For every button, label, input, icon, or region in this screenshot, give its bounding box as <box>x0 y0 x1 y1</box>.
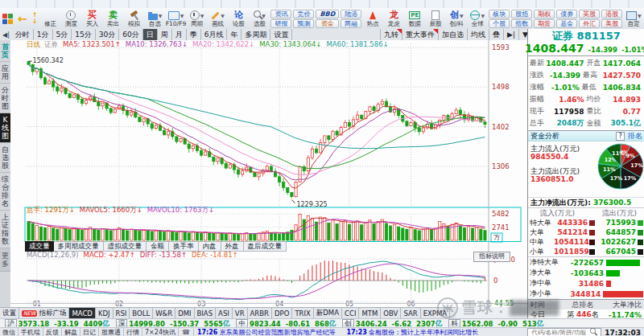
period-tab-1分[interactable]: 1分 <box>34 29 53 40</box>
sidebar-item-K线图[interactable]: K线图 <box>0 113 10 143</box>
toolbar-button-指数[interactable]: 指数 <box>511 19 532 28</box>
indicator-tab-SAR[interactable]: SAR <box>401 308 420 319</box>
sidebar-item-应用[interactable]: 应用 <box>0 62 10 84</box>
toolbar-button-创/科[interactable]: 创▼创/科 <box>446 8 467 29</box>
toolbar-button-修正[interactable]: 修正 <box>39 8 60 29</box>
fund-analysis-bar[interactable]: 资金分析 ? 排名 <box>528 130 644 141</box>
toolbar-button-陆港[interactable]: 陆港 <box>341 10 361 18</box>
chart-tool-九转[interactable]: 九转 <box>380 29 402 40</box>
rank-link[interactable]: 排名 <box>628 131 642 141</box>
toolbar-button-外汇[interactable]: 外汇 <box>579 19 600 28</box>
status-tab-手机端[interactable]: 手机端 <box>19 328 43 336</box>
help-icon[interactable]: ? <box>616 132 625 141</box>
toolbar-button-资金[interactable]: 资金 <box>316 19 339 28</box>
status-tab-解盘[interactable]: 解盘 <box>62 328 80 336</box>
indicator-settings-button[interactable]: 设置 <box>0 308 19 319</box>
indicator-tab-W&R[interactable]: W&R <box>153 308 175 319</box>
sidebar-item-综合排名[interactable]: 综合排名 <box>0 173 10 211</box>
back-button[interactable]: ← <box>15 8 30 29</box>
indicator-tab-BOLL[interactable]: BOLL <box>130 308 153 319</box>
toolbar-button-测度[interactable]: 测度 <box>60 8 81 29</box>
indicator-tab-CCI[interactable]: CCI <box>342 308 359 319</box>
toolbar-button-个股[interactable]: 个股 <box>489 19 510 28</box>
status-tab-微信[interactable]: 微信 <box>0 328 19 336</box>
indicator-tab-DPO[interactable]: DPO <box>272 308 292 319</box>
toolbar-button-买入[interactable]: 买买入 <box>81 8 102 29</box>
status-tab-7×24快讯[interactable]: 7×24快讯 <box>142 328 179 336</box>
indicator-tab-新DMA[interactable]: 新DMA <box>314 308 342 319</box>
collapse-left-icon[interactable]: ◀| <box>0 29 12 40</box>
status-tab-股票通[interactable]: 股票通 <box>99 328 124 336</box>
news-ticker[interactable]: 17:26京东美丽公司经营范围新增房地产经纪等17:23金相股份：预计上半年净利… <box>194 328 527 336</box>
toolbar-button-龙虎[interactable]: 龙龙虎 <box>383 8 404 29</box>
kline-chart-svg[interactable]: 15931498140213060102030405061560.3421229… <box>10 40 527 307</box>
period-tab-分时[interactable]: 分时 <box>12 29 34 40</box>
toolbar-button-论股[interactable]: 论论股 <box>228 8 249 29</box>
toolbar-button-研报[interactable]: 研报 <box>270 19 291 28</box>
sidebar-item-自选股[interactable]: 自选股 <box>0 143 10 173</box>
toolbar-button-周期[interactable]: ▼周期 <box>186 8 207 29</box>
sidebar-item-more[interactable]: 更多 <box>0 248 10 272</box>
toolbar-button-数据[interactable]: PE数据 <box>404 8 425 29</box>
toolbar-button-BBD[interactable]: BBD <box>316 10 339 18</box>
toolbar-button-股指[interactable]: 股指 <box>511 10 532 18</box>
toolbar-button-英股[interactable]: 英股 <box>579 10 600 18</box>
toolbar-button-全球[interactable]: ▼全球 <box>467 8 488 29</box>
toolbar-button-卖出[interactable]: 卖卖出 <box>102 8 123 29</box>
indicator-tab-OBV[interactable]: OBV <box>381 308 401 319</box>
toolbar-button-债券[interactable]: 债券 <box>556 10 577 18</box>
indicator-tab-RSI[interactable]: RSI <box>114 308 130 319</box>
indicator-tab-VR[interactable]: VR <box>233 308 248 319</box>
indicator-tab-MACD[interactable]: MACD <box>69 308 95 319</box>
period-tab-15分[interactable]: 15分 <box>72 29 95 40</box>
toolbar-button-热点[interactable]: 热点 <box>362 8 383 29</box>
indicator-tab-TRIX[interactable]: TRIX <box>292 308 313 319</box>
toolbar-button-模拟[interactable]: 模拟 <box>123 8 144 29</box>
period-tab-多周期[interactable]: 多周期 <box>242 29 270 40</box>
stock-search-box[interactable] <box>527 328 601 336</box>
phone-icon[interactable]: ☎ <box>179 329 194 336</box>
toolbar-button-预测[interactable]: 预测 <box>293 19 314 28</box>
indicator-tab-DMI[interactable]: DMI <box>175 308 194 319</box>
toolbar-button-两融[interactable]: 两融 <box>341 19 361 28</box>
toolbar-button-竞价[interactable]: 竞价 <box>293 10 314 18</box>
indicator-explain-button[interactable]: 指标说明 <box>473 252 510 262</box>
period-tab-月[interactable]: 月 <box>172 29 187 40</box>
sidebar-item-分时图[interactable]: 分时图 <box>0 84 10 113</box>
toolbar-button-期权[interactable]: 期权 <box>534 10 555 18</box>
chart-tool-重大事件[interactable]: 重大事件 <box>402 29 438 40</box>
period-tab-30分[interactable]: 30分 <box>96 29 119 40</box>
toolbar-button-自选[interactable]: ▼自选 <box>144 8 165 29</box>
chart-tool-叠[interactable]: 叠 <box>489 29 503 40</box>
chart-area[interactable]: 15931498140213060102030405061560.3421229… <box>10 40 527 307</box>
period-tab-60分[interactable]: 60分 <box>119 29 142 40</box>
period-tab-设置[interactable]: 设置 <box>270 29 292 40</box>
chart-tool-加自选[interactable]: 加自选 <box>438 29 467 40</box>
indicator-tab-ASI[interactable]: ASI <box>216 308 233 319</box>
indicator-tab-BIAS[interactable]: BIAS <box>195 308 217 319</box>
toolbar-button-板块[interactable]: 板块 <box>489 10 510 18</box>
search-input[interactable] <box>530 328 589 336</box>
expand-right-icon[interactable]: ▶| <box>503 29 518 40</box>
period-tab-季[interactable]: 季 <box>187 29 201 40</box>
toolbar-button-自定[interactable]: ▼自定 <box>623 8 644 29</box>
sidebar-item-首页[interactable]: 首页 <box>0 40 10 62</box>
toolbar-button-画线[interactable]: ▼画线 <box>207 8 228 29</box>
indicator-tab-KDJ[interactable]: KDJ <box>96 308 114 319</box>
volume-tab-盘后成交量[interactable]: 盘后成交量 <box>244 241 287 252</box>
toolbar-button-新股[interactable]: 新股 <box>425 8 446 29</box>
toolbar-button-资讯[interactable]: 资讯 <box>270 10 291 18</box>
chart-tool-均线[interactable]: 均线 <box>467 29 489 40</box>
sidebar-item-上证指数[interactable]: 上证指数 <box>0 211 10 248</box>
period-tab-6月线[interactable]: 6月线 <box>201 29 228 40</box>
toolbar-button-美股[interactable]: 美股 <box>601 19 622 28</box>
toolbar-button-期货[interactable]: 期货 <box>534 19 555 28</box>
indicator-tab-ARBR[interactable]: ARBR <box>248 308 272 319</box>
period-tab-年[interactable]: 年 <box>227 29 242 40</box>
toolbar-button-选股[interactable]: ▼选股 <box>249 8 270 29</box>
status-tab-日记[interactable]: 日记 <box>80 328 99 336</box>
toolbar-button-F10/F9[interactable]: ▼F10/F9 <box>165 8 186 29</box>
indicator-tab-MTM[interactable]: MTM <box>359 308 381 319</box>
indicator-plaza-button[interactable]: NEW指标广场 <box>19 308 69 319</box>
app-logo-icon[interactable] <box>0 8 15 29</box>
